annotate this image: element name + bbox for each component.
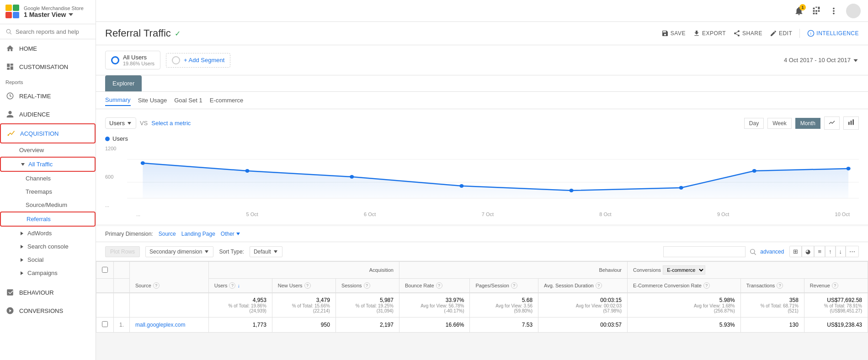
intelligence-button[interactable]: i INTELLIGENCE <box>807 30 859 37</box>
svg-marker-33 <box>236 233 240 235</box>
acquisition-icon <box>6 129 16 138</box>
table-search-input[interactable] <box>663 246 746 257</box>
list-view-button[interactable]: ≡ <box>814 246 825 257</box>
tab-goal-set-1[interactable]: Goal Set 1 <box>174 95 202 106</box>
source-dimension-link[interactable]: Source <box>159 231 176 237</box>
avatar[interactable] <box>846 4 861 18</box>
users-help-icon[interactable]: ? <box>229 282 235 289</box>
sidebar-item-customisation[interactable]: CUSTOMISATION <box>0 58 96 76</box>
row-checkbox[interactable] <box>102 321 108 327</box>
social-expand-icon <box>19 257 25 263</box>
search-input[interactable] <box>16 28 90 35</box>
pages-help-icon[interactable]: ? <box>511 282 517 289</box>
revenue-help-icon[interactable]: ? <box>832 282 838 289</box>
sessions-help-icon[interactable]: ? <box>364 282 370 289</box>
home-label: HOME <box>19 45 37 52</box>
svg-marker-13 <box>21 271 23 275</box>
sidebar-item-channels[interactable]: Channels <box>0 172 96 185</box>
sidebar-item-referrals[interactable]: Referrals <box>0 212 96 227</box>
realtime-label: REAL-TIME <box>19 93 51 100</box>
chart-y-labels: 1200 600 ... <box>105 146 116 217</box>
new-users-help-icon[interactable]: ? <box>304 282 311 289</box>
advanced-link[interactable]: advanced <box>760 249 784 255</box>
sort-desc-button[interactable]: ↓ <box>836 246 846 257</box>
sidebar-item-treemaps[interactable]: Treemaps <box>0 185 96 198</box>
tab-site-usage[interactable]: Site Usage <box>138 95 167 106</box>
transactions-help-icon[interactable]: ? <box>777 282 783 289</box>
table-search-icon[interactable] <box>749 248 756 255</box>
sort-asc-button[interactable]: ↑ <box>825 246 836 257</box>
export-button[interactable]: EXPORT <box>693 30 726 37</box>
notification-bell[interactable]: 1 <box>794 6 804 16</box>
sort-type-dropdown[interactable]: Default <box>250 246 282 257</box>
secondary-dimension-dropdown[interactable]: Secondary dimension <box>145 246 213 257</box>
chart-controls: Users VS Select a metric Day Week Month <box>105 116 859 130</box>
sidebar-item-all-traffic[interactable]: All Traffic <box>0 157 96 172</box>
line-chart-icon <box>828 119 836 126</box>
scatter-view-button[interactable]: ⋯ <box>846 246 859 257</box>
new-users-col-header: New Users ? <box>272 279 335 293</box>
total-avg-session-cell: 00:03:15 Avg for View: 00:02:03 (57.98%) <box>538 293 628 318</box>
search-icon <box>5 28 12 35</box>
month-button[interactable]: Month <box>795 118 820 129</box>
sidebar-item-realtime[interactable]: REAL-TIME <box>0 87 96 105</box>
report-area: Referral Traffic ✓ SAVE EXPORT SHARE <box>96 22 868 360</box>
save-button[interactable]: SAVE <box>661 30 686 37</box>
week-button[interactable]: Week <box>767 118 791 129</box>
row-revenue-cell: US$19,238.43 <box>804 318 868 333</box>
avg-session-help-icon[interactable]: ? <box>596 282 602 289</box>
sidebar-item-campaigns[interactable]: Campaigns <box>0 266 96 280</box>
sidebar-item-overview[interactable]: Overview <box>0 143 96 157</box>
sidebar-item-social[interactable]: Social <box>0 253 96 266</box>
sidebar-item-home[interactable]: HOME <box>0 39 96 58</box>
grid-view-button[interactable]: ⊞ <box>789 246 802 257</box>
conversions-label: CONVERSIONS <box>19 307 63 314</box>
sidebar-header: Google Merchandise Store 1 Master View <box>0 0 96 24</box>
add-segment-button[interactable]: + Add Segment <box>166 53 230 68</box>
totals-row: 4,953 % of Total: 19.86% (24,939) 3,479 … <box>96 293 868 318</box>
users-sort-icon[interactable]: ↓ <box>237 283 240 288</box>
sidebar-item-adwords[interactable]: AdWords <box>0 227 96 240</box>
more-options-btn[interactable] <box>829 6 839 16</box>
line-chart-button[interactable] <box>824 116 840 130</box>
other-dimension[interactable]: Other <box>221 231 241 237</box>
sidebar-search[interactable] <box>0 24 96 39</box>
edit-button[interactable]: EDIT <box>770 30 792 37</box>
date-range-selector[interactable]: 4 Oct 2017 - 10 Oct 2017 <box>784 57 859 64</box>
legend-label: Users <box>112 135 128 142</box>
sidebar-item-acquisition[interactable]: ACQUISITION <box>0 123 96 143</box>
ecommerce-help-icon[interactable]: ? <box>703 282 710 289</box>
tab-ecommerce[interactable]: E-commerce <box>210 95 244 106</box>
explorer-tab[interactable]: Explorer <box>105 75 142 91</box>
day-button[interactable]: Day <box>744 118 764 129</box>
select-all-checkbox[interactable] <box>102 267 108 273</box>
metric-selector[interactable]: Users <box>105 117 136 129</box>
all-users-chip[interactable]: All Users 19.86% Users <box>105 51 160 69</box>
search-console-expand-icon <box>19 244 25 249</box>
svg-line-37 <box>754 253 756 254</box>
share-button[interactable]: SHARE <box>733 30 762 37</box>
sidebar-item-behaviour[interactable]: BEHAVIOUR <box>0 283 96 302</box>
bounce-help-icon[interactable]: ? <box>436 282 442 289</box>
select-metric-link[interactable]: Select a metric <box>151 120 191 127</box>
dimension-bar: Primary Dimension: Source Landing Page O… <box>96 226 868 242</box>
revenue-col-header: Revenue ? <box>804 279 868 293</box>
bar-chart-icon <box>847 119 855 126</box>
conversions-type-select[interactable]: E-commerce <box>663 265 705 275</box>
source-link[interactable]: mall.googleplex.com <box>135 322 185 328</box>
pie-view-button[interactable]: ◕ <box>802 246 814 257</box>
add-segment-circle <box>172 56 180 64</box>
row-source-cell: mall.googleplex.com <box>130 318 209 333</box>
bar-chart-button[interactable] <box>843 116 859 130</box>
blank-check <box>96 279 114 293</box>
source-help-icon[interactable]: ? <box>153 282 160 289</box>
sidebar-item-conversions[interactable]: CONVERSIONS <box>0 302 96 320</box>
segment-info: All Users 19.86% Users <box>123 54 154 66</box>
tab-summary[interactable]: Summary <box>105 95 131 106</box>
landing-page-link[interactable]: Landing Page <box>181 231 215 237</box>
sidebar-item-audience[interactable]: AUDIENCE <box>0 105 96 123</box>
sidebar-item-source-medium[interactable]: Source/Medium <box>0 198 96 212</box>
sidebar-item-search-console[interactable]: Search console <box>0 240 96 253</box>
view-name[interactable]: 1 Master View <box>24 11 84 18</box>
apps-icon-btn[interactable] <box>811 6 821 16</box>
